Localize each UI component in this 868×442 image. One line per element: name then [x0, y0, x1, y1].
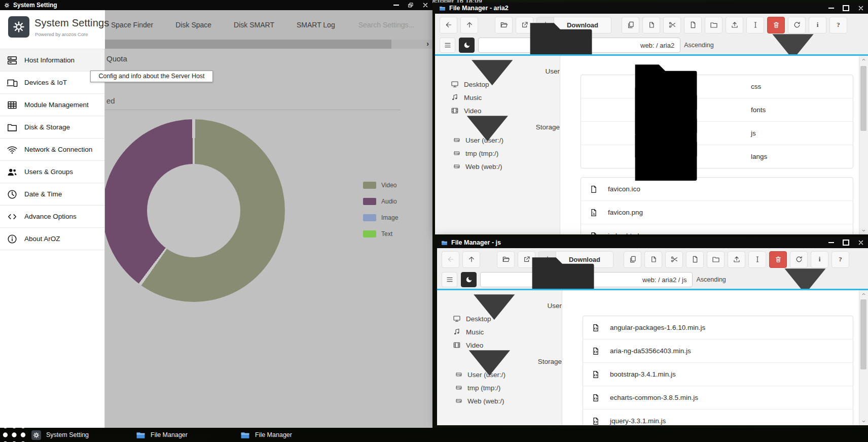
settings-header: System Settings Powered by arozos Core: [0, 10, 105, 49]
folders-card: css fonts js langs: [581, 75, 853, 168]
file-manager-content: User Desktop Music Video Storage User (u…: [435, 56, 868, 234]
taskbar-item-file-manager-1[interactable]: File Manager: [133, 430, 237, 440]
drive-icon: [453, 150, 460, 157]
devices-icon: [7, 77, 18, 88]
app-launcher-button[interactable]: [0, 397, 28, 442]
folder-tree: User Desktop Music Video Storage User (u…: [437, 290, 562, 425]
folder-icon: [136, 430, 146, 440]
scroll-down-icon[interactable]: [859, 418, 868, 425]
sidebar-item-advance-options[interactable]: Advance Options: [0, 206, 104, 228]
sidebar-item-users-groups[interactable]: Users & Groups: [0, 161, 104, 183]
scroll-right-icon[interactable]: ›: [426, 40, 429, 48]
tab-strip-scrollbar-thumb[interactable]: [105, 40, 391, 49]
settings-sidebar: Host Information Devices & IoT Module Ma…: [0, 49, 105, 428]
tree-section-user[interactable]: User: [435, 64, 560, 78]
scrollbar-thumb[interactable]: [860, 299, 866, 369]
scrollbar[interactable]: [859, 56, 868, 234]
clock-icon: [7, 189, 18, 200]
file-icon: [589, 185, 598, 194]
quota-heading: Quota: [106, 54, 127, 63]
folder-icon: [589, 119, 741, 195]
code-file-icon: [591, 393, 600, 402]
quota-donut: [105, 119, 285, 302]
info-circle-icon: [7, 233, 18, 245]
file-row[interactable]: echarts-common-3.8.5.min.js: [583, 386, 853, 410]
app-logo: [8, 16, 29, 38]
server-icon: [7, 55, 18, 66]
cut-button[interactable]: [663, 17, 681, 33]
scroll-down-icon[interactable]: [859, 227, 868, 234]
users-icon: [7, 166, 18, 178]
file-row[interactable]: jquery-3.3.1.min.js: [583, 410, 853, 425]
taskbar: System Setting File Manager File Manager: [0, 428, 868, 442]
paste-button[interactable]: [642, 17, 660, 33]
legend-item[interactable]: Audio: [363, 198, 398, 205]
back-button[interactable]: [440, 17, 457, 33]
legend-item[interactable]: Video: [363, 182, 398, 189]
restore-button[interactable]: [408, 2, 414, 8]
scrollbar-thumb[interactable]: [860, 66, 866, 131]
file-row[interactable]: favicon.png: [581, 201, 853, 224]
legend-label: Video: [381, 182, 396, 189]
folder-icon: [7, 122, 18, 133]
tooltip: Config and info about the Server Host: [90, 71, 213, 82]
sidebar-item-host-information[interactable]: Host Information: [0, 49, 104, 72]
code-file-icon: [591, 347, 600, 356]
legend-item[interactable]: Image: [363, 214, 398, 221]
up-button[interactable]: [460, 17, 478, 33]
scroll-up-icon[interactable]: [859, 290, 868, 298]
tab-disk-space[interactable]: Disk Space: [175, 21, 211, 29]
apps-grid-icon: [0, 397, 28, 442]
up-button[interactable]: [462, 251, 480, 268]
minimize-button[interactable]: [393, 5, 399, 6]
sidebar-item-devices-iot[interactable]: Devices & IoT: [0, 72, 104, 94]
file-manager-content: User Desktop Music Video Storage User (u…: [437, 290, 868, 425]
modules-grid-icon: [7, 99, 18, 111]
file-row[interactable]: langs: [581, 145, 853, 168]
sidebar-item-network-connection[interactable]: Network & Connection: [0, 139, 104, 161]
close-button[interactable]: [422, 2, 428, 8]
sidebar-item-about-aroz[interactable]: About ArOZ: [0, 228, 104, 250]
used-heading: ed: [106, 96, 115, 105]
legend-swatch-audio: [363, 198, 376, 205]
drive-icon: [455, 397, 462, 404]
legend-label: Audio: [381, 198, 397, 205]
tab-space-finder[interactable]: Space Finder: [111, 21, 153, 29]
file-row[interactable]: index.html: [581, 224, 853, 234]
file-manager-window-aria2: File Manager - aria2 Download i ?: [435, 3, 868, 234]
gear-icon: [31, 430, 41, 440]
settings-tab-bar: Space Finder Disk Space Disk SMART SMART…: [105, 10, 432, 40]
file-row[interactable]: bootstrap-3.4.1.min.js: [583, 363, 853, 386]
sidebar-item-date-time[interactable]: Date & Time: [0, 183, 104, 206]
code-file-icon: [591, 370, 600, 379]
tab-strip-scrollbar[interactable]: ›: [105, 40, 432, 49]
file-list: css fonts js langs favicon.ico favicon.p…: [560, 56, 859, 234]
tab-smart-log[interactable]: SMART Log: [297, 21, 335, 29]
tree-section-storage[interactable]: Storage: [437, 355, 562, 368]
drive-icon: [455, 371, 462, 378]
taskbar-item-file-manager-2[interactable]: File Manager: [237, 430, 342, 440]
drive-icon: [455, 384, 462, 391]
tab-disk-smart[interactable]: Disk SMART: [234, 21, 274, 29]
paste-button[interactable]: [644, 251, 662, 268]
legend-item[interactable]: Text: [363, 230, 398, 237]
section-divider: [105, 110, 401, 110]
folder-tree: User Desktop Music Video Storage User (u…: [435, 56, 560, 234]
settings-search-input[interactable]: [357, 20, 420, 29]
app-title: System Settings: [34, 17, 110, 29]
tree-section-storage[interactable]: Storage: [435, 120, 560, 133]
back-button[interactable]: [442, 251, 459, 268]
legend-label: Text: [381, 230, 392, 237]
cut-button[interactable]: [665, 251, 683, 268]
scrollbar[interactable]: [859, 290, 868, 425]
sidebar-item-disk-storage[interactable]: Disk & Storage: [0, 116, 104, 139]
scroll-up-icon[interactable]: [859, 56, 868, 63]
taskbar-item-system-setting[interactable]: System Setting: [28, 430, 133, 440]
file-list: angular-packages-1.6.10.min.js aria-ng-d…: [562, 290, 859, 425]
tree-section-user[interactable]: User: [437, 299, 562, 312]
gear-icon: [4, 3, 10, 8]
file-row[interactable]: aria-ng-da5356c403.min.js: [583, 339, 853, 363]
file-row[interactable]: angular-packages-1.6.10.min.js: [583, 316, 853, 339]
sidebar-item-module-management[interactable]: Module Management: [0, 94, 104, 116]
system-settings-titlebar: System Setting: [0, 0, 432, 10]
